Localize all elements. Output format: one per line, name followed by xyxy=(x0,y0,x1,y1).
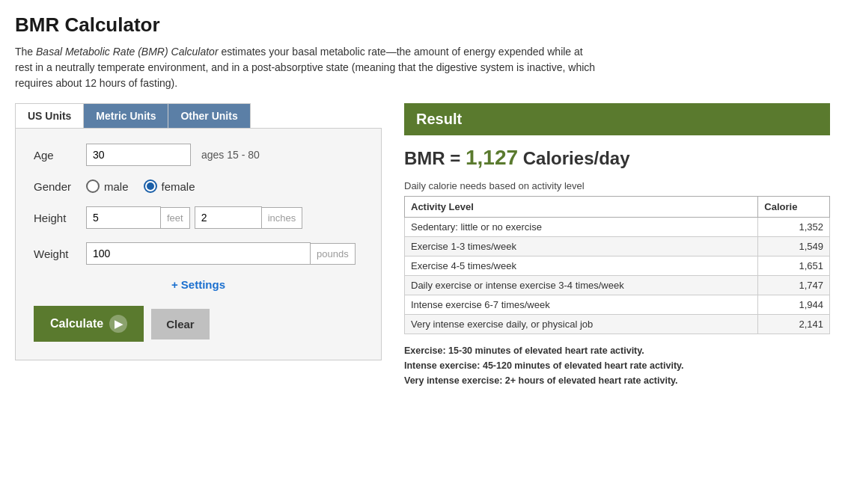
calorie-cell: 1,549 xyxy=(758,237,830,256)
radio-male[interactable] xyxy=(86,179,100,193)
gender-label: Gender xyxy=(34,180,86,193)
tab-us[interactable]: US Units xyxy=(15,103,83,128)
age-row: Age ages 15 - 80 xyxy=(34,144,363,166)
weight-input-wrap: pounds xyxy=(86,242,356,265)
gender-female-option[interactable]: female xyxy=(144,179,195,193)
tabs: US Units Metric Units Other Units xyxy=(15,103,382,128)
activity-level-header: Activity Level xyxy=(405,197,758,218)
right-panel: Result BMR = 1,127 Calories/day Daily ca… xyxy=(404,103,830,388)
footnote3-text: 2+ hours of elevated heart rate activity… xyxy=(502,375,677,386)
weight-unit-label: pounds xyxy=(311,243,356,265)
gender-options: male female xyxy=(86,179,195,193)
activity-cell: Daily exercise or intense exercise 3-4 t… xyxy=(405,276,758,295)
gender-female-label: female xyxy=(162,180,195,193)
footnote1-text: 15-30 minutes of elevated heart rate act… xyxy=(446,345,644,356)
gender-row: Gender male female xyxy=(34,179,363,193)
calorie-cell: 1,352 xyxy=(758,218,830,237)
table-row: Daily exercise or intense exercise 3-4 t… xyxy=(405,276,830,295)
weight-input[interactable] xyxy=(86,242,311,265)
tab-other[interactable]: Other Units xyxy=(168,103,250,128)
settings-link[interactable]: + Settings xyxy=(34,278,363,291)
description-italic: Basal Metabolic Rate (BMR) Calculator xyxy=(36,46,219,58)
radio-female[interactable] xyxy=(144,179,157,193)
calculate-arrow-icon: ▶ xyxy=(109,315,127,333)
bmr-unit: Calories/day xyxy=(518,148,629,168)
calorie-header: Calorie xyxy=(758,197,830,218)
footnote2-bold: Intense exercise: xyxy=(404,360,480,371)
page-title: BMR Calculator xyxy=(15,13,830,37)
footnotes: Exercise: 15-30 minutes of elevated hear… xyxy=(404,343,830,388)
footnote3: Very intense exercise: 2+ hours of eleva… xyxy=(404,373,830,388)
weight-row: Weight pounds xyxy=(34,242,363,265)
table-row: Intense exercise 6-7 times/week1,944 xyxy=(405,295,830,315)
height-label: Height xyxy=(34,212,86,224)
gender-male-option[interactable]: male xyxy=(86,179,129,193)
left-panel: US Units Metric Units Other Units Age ag… xyxy=(15,103,382,360)
calorie-cell: 1,651 xyxy=(758,256,830,276)
activity-cell: Exercise 4-5 times/week xyxy=(405,256,758,276)
footnote2-text: 45-120 minutes of elevated heart rate ac… xyxy=(480,360,683,371)
activity-cell: Exercise 1-3 times/week xyxy=(405,237,758,256)
calculate-button[interactable]: Calculate ▶ xyxy=(34,306,144,342)
calorie-cell: 1,944 xyxy=(758,295,830,315)
bmr-value: 1,127 xyxy=(466,146,518,169)
activity-cell: Sedentary: little or no exercise xyxy=(405,218,758,237)
footnote2: Intense exercise: 45-120 minutes of elev… xyxy=(404,358,830,373)
form-panel: Age ages 15 - 80 Gender male female xyxy=(15,128,382,360)
table-row: Sedentary: little or no exercise1,352 xyxy=(405,218,830,237)
clear-button[interactable]: Clear xyxy=(151,309,210,339)
calorie-cell: 2,141 xyxy=(758,315,830,334)
activity-cell: Intense exercise 6-7 times/week xyxy=(405,295,758,315)
footnote1: Exercise: 15-30 minutes of elevated hear… xyxy=(404,343,830,358)
footnote3-bold: Very intense exercise: xyxy=(404,375,502,386)
table-row: Exercise 4-5 times/week1,651 xyxy=(405,256,830,276)
table-row: Very intense exercise daily, or physical… xyxy=(405,315,830,334)
height-feet-input[interactable] xyxy=(86,206,161,229)
daily-note: Daily calorie needs based on activity le… xyxy=(404,180,830,191)
table-row: Exercise 1-3 times/week1,549 xyxy=(405,237,830,256)
calorie-cell: 1,747 xyxy=(758,276,830,295)
activity-table: Activity Level Calorie Sedentary: little… xyxy=(404,196,830,334)
bmr-label: BMR = xyxy=(404,148,466,168)
feet-unit-label: feet xyxy=(161,207,190,229)
height-inputs: feet inches xyxy=(86,206,302,229)
button-row: Calculate ▶ Clear xyxy=(34,306,363,342)
calculate-label: Calculate xyxy=(50,317,103,331)
bmr-result: BMR = 1,127 Calories/day xyxy=(404,146,830,170)
activity-cell: Very intense exercise daily, or physical… xyxy=(405,315,758,334)
gender-male-label: male xyxy=(104,180,129,193)
inches-unit-label: inches xyxy=(262,207,303,229)
age-note: ages 15 - 80 xyxy=(201,149,260,161)
height-inches-input[interactable] xyxy=(195,206,262,229)
height-row: Height feet inches xyxy=(34,206,363,229)
result-header: Result xyxy=(404,103,830,135)
main-layout: US Units Metric Units Other Units Age ag… xyxy=(15,103,830,388)
description: The Basal Metabolic Rate (BMR) Calculato… xyxy=(15,44,599,91)
age-label: Age xyxy=(34,149,86,162)
footnote1-bold: Exercise: xyxy=(404,345,446,356)
tab-metric[interactable]: Metric Units xyxy=(83,103,168,128)
age-input[interactable] xyxy=(86,144,191,166)
weight-label: Weight xyxy=(34,248,86,260)
